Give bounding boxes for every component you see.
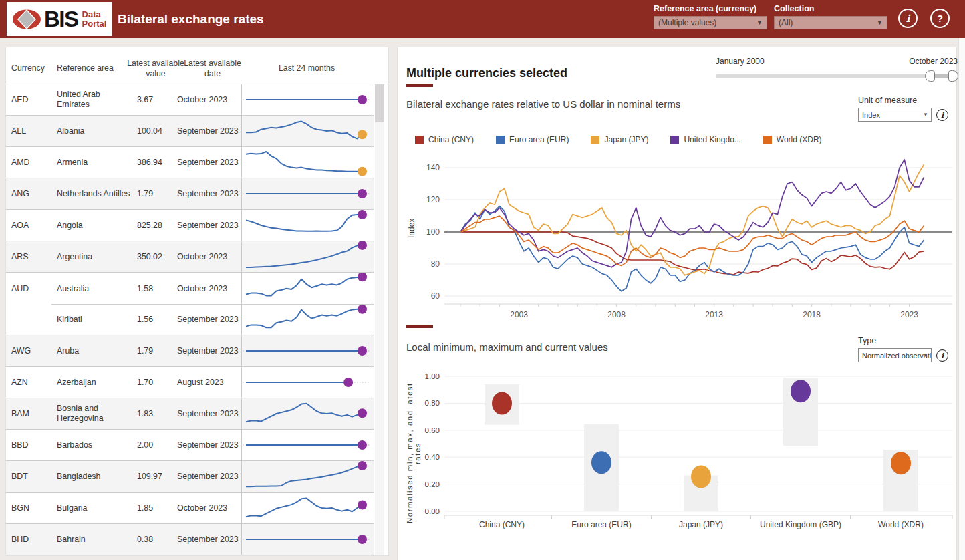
svg-text:2023: 2023 <box>900 310 918 319</box>
table-row[interactable]: BHDBahrain0.38September 2023 <box>6 524 374 555</box>
table-row[interactable]: AWGAruba1.79September 2023 <box>6 335 374 367</box>
bis-logo-tagline: Data Portal <box>82 10 107 29</box>
latest-value-cell: 1.58 <box>137 283 176 293</box>
svg-text:0.00: 0.00 <box>425 507 440 515</box>
currency-code-cell: ARS <box>11 252 51 262</box>
table-row[interactable]: Kiribati1.56September 2023 <box>6 304 374 335</box>
filter-collection: Collection (All) ▼ <box>774 4 887 29</box>
info-icon[interactable]: i <box>898 9 918 28</box>
svg-text:2003: 2003 <box>510 310 528 319</box>
table-row[interactable]: BDTBangladesh109.97September 2023 <box>6 461 374 493</box>
filter-collection-label: Collection <box>774 4 887 13</box>
info-icon[interactable]: i <box>936 109 948 121</box>
help-icon[interactable]: ? <box>930 9 950 28</box>
line-chart-y-axis-label: Index <box>407 198 416 258</box>
legend-item[interactable]: Euro area (EUR) <box>496 135 569 144</box>
latest-value-cell: 3.67 <box>137 95 176 105</box>
table-header: Currency Reference area Latest available… <box>6 47 388 84</box>
table-row[interactable]: BBDBarbados2.00September 2023 <box>6 430 374 461</box>
currency-code-cell: BGN <box>11 503 51 513</box>
legend-item[interactable]: United Kingdo... <box>670 135 740 144</box>
svg-text:0.40: 0.40 <box>425 453 440 461</box>
svg-text:140: 140 <box>426 163 440 172</box>
info-icon[interactable]: i <box>936 349 948 362</box>
reference-area-cell: Angola <box>57 221 134 231</box>
chart-legend: China (CNY)Euro area (EUR)Japan (JPY)Uni… <box>415 135 822 144</box>
time-range-slider: January 2000 October 2023 <box>716 55 958 86</box>
latest-value-cell: 386.94 <box>137 158 176 168</box>
svg-text:United Kingdom (GBP): United Kingdom (GBP) <box>760 520 841 529</box>
table-scrollbar[interactable] <box>375 84 384 555</box>
table-scrollbar-thumb[interactable] <box>375 84 384 122</box>
page-title: Bilateral exchange rates <box>118 0 264 38</box>
table-row[interactable]: BAMBosnia and Herzegovina1.83September 2… <box>6 398 374 430</box>
latest-value-cell: 0.38 <box>137 535 176 545</box>
slider-track[interactable] <box>716 74 956 78</box>
type-select[interactable]: Normalized observations ▼ <box>858 348 932 362</box>
line-chart: 608010012014020032008201320182023 <box>422 154 956 323</box>
svg-text:0.60: 0.60 <box>425 426 440 434</box>
table-row[interactable]: AUDAustralia1.58October 2023 <box>6 273 374 304</box>
page-scrollbar[interactable] <box>958 38 965 560</box>
col-header-reference-area[interactable]: Reference area <box>57 63 114 74</box>
legend-label: Euro area (EUR) <box>509 135 569 144</box>
table-row[interactable]: ALLAlbania100.04September 2023 <box>6 116 374 147</box>
sparkline-cell <box>241 304 372 335</box>
table-row[interactable]: AZNAzerbaijan1.70August 2023 <box>6 367 374 398</box>
col-header-currency[interactable]: Currency <box>11 63 45 74</box>
sparkline-cell <box>241 147 372 178</box>
sparkline-cell <box>241 84 372 116</box>
svg-text:2013: 2013 <box>705 310 723 319</box>
table-row[interactable]: ARSArgentina350.02October 2023 <box>6 241 374 273</box>
currency-code-cell: AMD <box>11 158 51 168</box>
reference-area-cell: Australia <box>57 283 134 293</box>
legend-item[interactable]: Japan (JPY) <box>591 135 648 144</box>
unit-of-measure-select[interactable]: Index ▼ <box>858 108 932 122</box>
legend-label: United Kingdo... <box>684 135 740 144</box>
latest-date-cell: October 2023 <box>177 283 241 293</box>
legend-swatch <box>591 136 599 144</box>
bis-logo[interactable]: BIS Data Portal <box>7 2 112 36</box>
sparkline-cell <box>241 210 372 241</box>
legend-item[interactable]: World (XDR) <box>763 135 822 144</box>
currency-table-panel: Currency Reference area Latest available… <box>5 47 389 556</box>
reference-area-cell: Armenia <box>57 158 134 168</box>
collection-select[interactable]: (All) ▼ <box>774 16 887 29</box>
table-row[interactable]: BGNBulgaria1.85October 2023 <box>6 493 374 524</box>
reference-area-cell: Kiribati <box>57 315 134 325</box>
currency-code-cell: AED <box>11 95 51 105</box>
svg-text:China (CNY): China (CNY) <box>479 520 525 529</box>
table-row[interactable]: AEDUnited Arab Emirates3.67October 2023 <box>6 84 374 116</box>
svg-text:60: 60 <box>431 291 440 301</box>
reference-area-cell: Azerbaijan <box>57 378 134 388</box>
type-label: Type <box>858 336 876 345</box>
col-header-latest-date[interactable]: Latest available date <box>180 59 245 80</box>
svg-text:Japan (JPY): Japan (JPY) <box>679 520 723 529</box>
legend-swatch <box>415 136 424 144</box>
currency-code-cell: ALL <box>11 126 51 136</box>
table-row[interactable]: AMDArmenia386.94September 2023 <box>6 147 374 178</box>
sparkline-cell <box>241 116 372 147</box>
latest-date-cell: September 2023 <box>177 535 241 545</box>
table-row[interactable]: ANGNetherlands Antilles1.79September 202… <box>6 178 374 210</box>
panel-title: Multiple currencies selected <box>406 66 567 80</box>
currency-code-cell: AZN <box>11 378 51 388</box>
latest-date-cell: October 2023 <box>177 503 241 513</box>
latest-date-cell: September 2023 <box>177 158 241 168</box>
col-header-last-24-months[interactable]: Last 24 months <box>241 63 372 74</box>
sparkline-cell <box>241 273 372 304</box>
slider-end-label: October 2023 <box>909 57 958 66</box>
table-row[interactable]: AOAAngola825.28September 2023 <box>6 210 374 241</box>
currency-code-cell: AOA <box>11 221 51 231</box>
currency-code-cell: BBD <box>11 440 51 450</box>
range-chart-y-axis-label: Normalised min, max, and latest rates <box>406 376 422 530</box>
reference-area-cell: Bosnia and Herzegovina <box>57 404 134 424</box>
table-body: AEDUnited Arab Emirates3.67October 2023A… <box>6 84 388 555</box>
reference-area-select[interactable]: (Multiple values) ▼ <box>654 16 767 29</box>
legend-item[interactable]: China (CNY) <box>415 135 474 144</box>
col-header-latest-value[interactable]: Latest available value <box>125 59 186 80</box>
latest-date-cell: September 2023 <box>177 440 241 450</box>
slider-handle-start[interactable] <box>925 70 935 82</box>
range-dot-chart: 0.000.200.400.600.801.00China (CNY)Euro … <box>422 372 956 535</box>
slider-handle-end[interactable] <box>948 70 958 82</box>
